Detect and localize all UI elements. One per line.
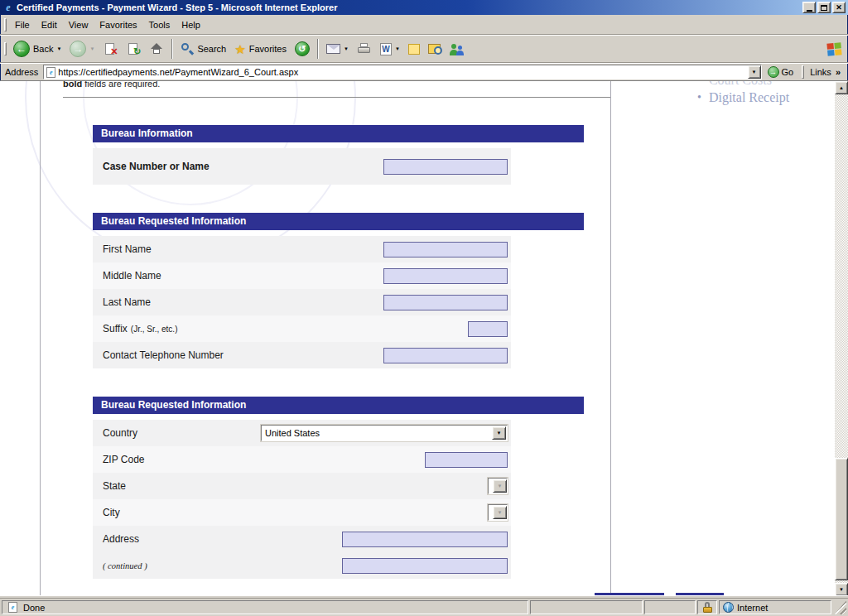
home-button[interactable]	[145, 36, 168, 61]
browser-window: e Certified Payments - Payment Wizard - …	[0, 0, 848, 616]
state-select[interactable]: ▼	[488, 478, 508, 494]
lock-icon	[703, 602, 712, 613]
section-header: Bureau Requested Information	[93, 213, 584, 230]
windows-logo-box	[822, 36, 846, 61]
address-label: Address	[2, 67, 43, 77]
menubar-grip[interactable]	[4, 18, 7, 31]
last-name-input[interactable]	[383, 295, 508, 310]
scrollbar-thumb[interactable]	[835, 458, 848, 580]
edit-dropdown-icon[interactable]: ▼	[395, 46, 400, 51]
toolbar-separator	[171, 39, 173, 59]
go-icon: →	[768, 66, 779, 78]
links-grip[interactable]	[802, 65, 804, 79]
country-dropdown-button[interactable]: ▼	[492, 426, 506, 440]
last-name-label: Last Name	[103, 296, 151, 308]
address-continued-label: ( continued )	[103, 561, 147, 570]
step-label: Court Costs	[709, 80, 772, 88]
country-row: Country United States ▼	[93, 420, 511, 446]
middle-name-input[interactable]	[383, 268, 508, 284]
vertical-scrollbar[interactable]: ▲ ▼	[835, 81, 848, 595]
discuss-button[interactable]	[404, 36, 424, 61]
minimize-button[interactable]	[802, 2, 816, 13]
forward-dropdown-icon[interactable]: ▼	[89, 46, 94, 51]
status-bar: e Done Internet	[0, 598, 848, 616]
wizard-button-partial[interactable]	[676, 593, 724, 595]
menu-favorites[interactable]: Favorites	[94, 17, 142, 32]
maximize-button[interactable]	[817, 2, 831, 13]
close-icon: ✕	[836, 3, 842, 12]
address-dropdown-button[interactable]: ▼	[748, 65, 761, 79]
suffix-input[interactable]	[468, 321, 508, 337]
forward-button[interactable]: → ▼	[65, 36, 99, 61]
last-name-row: Last Name	[93, 289, 511, 315]
required-note-rest: fields are required.	[82, 80, 160, 89]
suffix-note: (Jr., Sr., etc.)	[131, 325, 178, 334]
step-label: Digital Receipt	[709, 90, 789, 105]
window-title: Certified Payments - Payment Wizard - St…	[17, 2, 801, 12]
city-select[interactable]: ▼	[488, 504, 508, 521]
address-input-line1[interactable]	[342, 532, 508, 547]
status-text: Done	[23, 603, 45, 613]
mail-dropdown-icon[interactable]: ▼	[344, 46, 349, 51]
stop-icon: ✕	[103, 42, 118, 56]
first-name-input[interactable]	[383, 242, 508, 257]
city-dropdown-button[interactable]: ▼	[493, 506, 507, 519]
menu-edit[interactable]: Edit	[36, 17, 63, 32]
refresh-button[interactable]: ↻	[122, 36, 145, 61]
status-pane	[644, 600, 696, 614]
payment-form: Bureau Information Case Number or Name B…	[93, 125, 584, 595]
resize-grip[interactable]	[835, 600, 846, 614]
state-dropdown-button[interactable]: ▼	[493, 479, 507, 493]
favorites-label: Favorites	[249, 44, 287, 54]
address-input[interactable]: e https://certifiedpayments.net/PaymentW…	[43, 65, 761, 79]
search-button[interactable]: Search	[176, 36, 230, 61]
zip-input[interactable]	[425, 452, 508, 468]
menu-file[interactable]: File	[9, 17, 36, 32]
maximize-icon	[821, 5, 827, 11]
internet-zone-icon	[723, 602, 734, 613]
menu-view[interactable]: View	[63, 17, 94, 32]
close-button[interactable]: ✕	[832, 2, 846, 13]
history-icon: ↺	[295, 41, 310, 56]
favorites-button[interactable]: ★ Favorites	[230, 36, 291, 61]
status-pane	[530, 600, 643, 614]
scroll-up-button[interactable]: ▲	[835, 81, 848, 94]
back-dropdown-icon[interactable]: ▼	[56, 46, 61, 51]
case-number-input[interactable]	[383, 159, 508, 175]
chevron-down-icon: ▼	[497, 431, 502, 436]
search-icon	[181, 42, 194, 55]
address-input-line2[interactable]	[342, 558, 508, 574]
forward-icon: →	[70, 41, 86, 57]
wizard-button-partial[interactable]	[595, 593, 664, 595]
country-value: United States	[262, 428, 491, 438]
print-button[interactable]	[353, 36, 376, 61]
stop-button[interactable]: ✕	[99, 36, 122, 61]
up-arrow-icon: ▲	[839, 85, 844, 90]
zone-pane: Internet	[719, 600, 831, 614]
messenger-button[interactable]	[445, 36, 469, 61]
contact-phone-input[interactable]	[383, 348, 508, 363]
address-url[interactable]: https://certifiedpayments.net/PaymentWiz…	[58, 67, 747, 77]
zone-label: Internet	[737, 603, 768, 613]
address-row: Address	[93, 526, 511, 552]
country-select[interactable]: United States ▼	[261, 425, 508, 441]
links-chevron-icon: »	[836, 67, 841, 77]
menu-tools[interactable]: Tools	[143, 17, 176, 32]
scroll-down-button[interactable]: ▼	[835, 583, 848, 595]
links-bar[interactable]: Links »	[807, 67, 846, 77]
mail-button[interactable]: ▼	[322, 36, 353, 61]
step-digital-receipt: • Digital Receipt	[697, 90, 789, 105]
zip-row: ZIP Code	[93, 446, 511, 473]
edit-with-word-button[interactable]: W ▼	[376, 36, 404, 61]
toolbar-grip[interactable]	[4, 42, 7, 55]
search-label: Search	[197, 44, 226, 54]
go-button[interactable]: → Go	[762, 66, 800, 78]
history-button[interactable]: ↺	[291, 36, 314, 61]
back-button[interactable]: ← Back ▼	[9, 36, 65, 61]
research-button[interactable]	[424, 36, 445, 61]
discuss-icon	[408, 44, 420, 55]
menu-help[interactable]: Help	[176, 17, 206, 32]
address-continued-row: ( continued )	[93, 552, 511, 579]
divider-line	[63, 97, 610, 98]
menu-bar: File Edit View Favorites Tools Help	[0, 15, 848, 35]
